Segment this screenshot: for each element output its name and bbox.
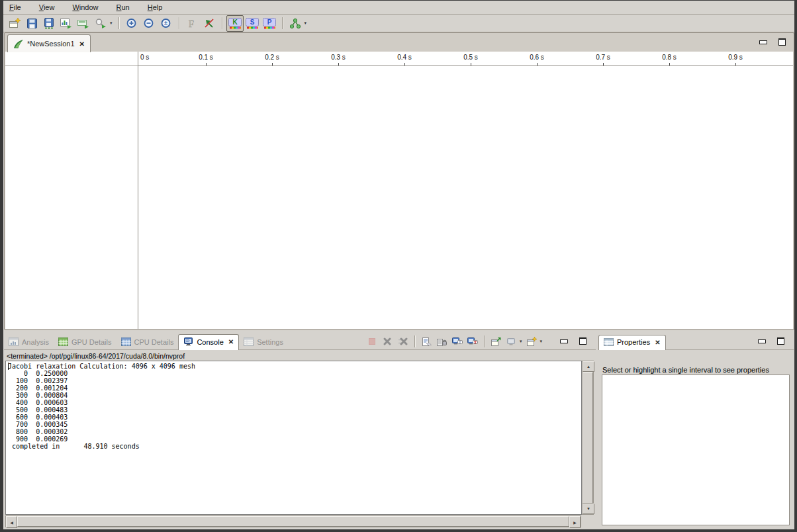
editor-window-buttons (759, 38, 786, 46)
editor-tab-row: *NewSession1 ✕ (5, 33, 794, 52)
topology-dropdown-icon[interactable]: ▾ (305, 21, 307, 26)
zoom-out-button[interactable] (140, 15, 158, 32)
tab-analysis[interactable]: Analysis (4, 335, 54, 349)
kernel-colors-button[interactable]: K (226, 15, 244, 32)
cpu-details-icon (121, 337, 131, 346)
scroll-down-button[interactable]: ▼ (583, 504, 594, 514)
scroll-left-button[interactable]: ◀ (6, 516, 17, 528)
terminate-icon (367, 337, 377, 346)
minimize-button[interactable] (758, 339, 766, 343)
console-text-area[interactable]: Jacobi relaxation Calculation: 4096 x 40… (5, 361, 582, 515)
examine-run-button[interactable] (92, 15, 109, 32)
console-process-label: <terminated> /opt/pgi/linux86-64/2017/cu… (7, 352, 185, 360)
scroll-lock-button[interactable] (434, 334, 449, 349)
minimize-icon (759, 40, 767, 44)
menu-run[interactable]: Run (117, 3, 130, 11)
ruler-label: 0.7 s (596, 54, 610, 61)
session-icon (13, 39, 24, 49)
session-tab[interactable]: *NewSession1 ✕ (7, 34, 91, 52)
mark-k-button[interactable] (201, 15, 218, 32)
topology-button[interactable] (287, 15, 304, 32)
zoom-out-icon (143, 18, 154, 29)
tab-gpu-details[interactable]: GPU Details (54, 335, 117, 349)
toolbar-separator (179, 17, 179, 29)
process-colors-button[interactable]: P (261, 15, 278, 32)
ruler-tick (272, 63, 273, 66)
maximize-icon (579, 337, 586, 345)
console-line: 600 0.000403 (8, 414, 581, 421)
ruler-label: 0.8 s (662, 54, 677, 61)
menu-view[interactable]: View (39, 3, 55, 11)
maximize-icon (778, 38, 786, 46)
nvvp-window: File View Window Run Help ▾ (3, 1, 794, 529)
examine-run-dropdown-icon[interactable]: ▾ (110, 21, 113, 26)
close-icon[interactable]: ✕ (655, 339, 660, 346)
minimize-button[interactable] (560, 339, 568, 343)
console-line: 400 0.000603 (8, 399, 581, 406)
tab-properties[interactable]: Properties ✕ (598, 335, 666, 350)
close-icon[interactable]: ✕ (228, 338, 234, 345)
zoom-fit-button[interactable]: ± (158, 15, 175, 32)
mark-f-button[interactable]: F (183, 15, 201, 32)
timeline-names-column[interactable] (5, 52, 138, 329)
remove-all-terminated-button[interactable] (395, 334, 410, 349)
timeline-ruler[interactable]: 0 s0.1 s0.2 s0.3 s0.4 s0.5 s0.6 s0.7 s0.… (138, 52, 793, 66)
open-console-dropdown-icon[interactable]: ▾ (539, 339, 542, 344)
ruler-tick (537, 63, 538, 66)
menu-help[interactable]: Help (148, 3, 163, 11)
open-console-button[interactable] (524, 334, 539, 349)
scroll-up-button[interactable]: ▲ (583, 361, 594, 372)
ruler-label: 0.5 s (463, 54, 478, 61)
stream-colors-button[interactable]: S (244, 15, 261, 32)
ruler-label: 0 s (140, 54, 149, 61)
maximize-button[interactable] (579, 337, 586, 345)
generate-timeline-button[interactable] (75, 15, 92, 32)
analysis-icon (9, 337, 19, 346)
minimize-icon (758, 339, 766, 343)
clear-console-button[interactable] (419, 334, 434, 349)
menu-bar: File View Window Run Help (3, 1, 794, 15)
zoom-in-button[interactable] (123, 15, 140, 32)
menu-window[interactable]: Window (72, 3, 98, 11)
show-stderr-button[interactable] (465, 334, 480, 349)
ruler-tick (603, 63, 604, 66)
tab-cpu-details[interactable]: CPU Details (117, 335, 179, 349)
scrollbar-thumb[interactable] (17, 516, 569, 527)
display-console-dropdown-icon[interactable]: ▾ (520, 339, 522, 344)
maximize-button[interactable] (778, 38, 786, 46)
save-all-button[interactable] (40, 15, 58, 32)
console-panel: Analysis GPU Details CPU Details Console… (4, 332, 596, 528)
clear-console-icon (421, 337, 432, 347)
console-horizontal-scrollbar[interactable]: ◀ ▶ (5, 515, 581, 527)
scroll-right-button[interactable]: ▶ (569, 516, 581, 528)
svg-text:P: P (267, 19, 271, 26)
properties-icon (604, 338, 614, 346)
console-vertical-scrollbar[interactable]: ▲ ▼ (582, 361, 594, 515)
display-console-button[interactable] (504, 334, 519, 349)
maximize-button[interactable] (777, 337, 784, 345)
console-line: 200 0.001204 (8, 384, 581, 392)
tab-console[interactable]: Console ✕ (178, 334, 239, 350)
toolbar-separator (484, 335, 485, 347)
save-icon (26, 18, 38, 29)
minimize-button[interactable] (759, 40, 767, 44)
show-stdout-button[interactable] (449, 334, 465, 349)
timeline-canvas[interactable] (138, 66, 793, 329)
close-icon[interactable]: ✕ (79, 40, 85, 48)
remove-launch-button[interactable] (380, 334, 395, 349)
timeline-editor: *NewSession1 ✕ 0 s0.1 s0.2 s0.3 s0.4 s0.… (4, 32, 794, 330)
profile-application-button[interactable] (58, 15, 75, 32)
pin-console-button[interactable] (489, 334, 504, 349)
menu-file[interactable]: File (9, 3, 21, 11)
terminate-button[interactable] (365, 334, 380, 349)
new-session-button[interactable] (6, 15, 23, 32)
svg-text:K: K (232, 19, 238, 26)
session-tab-label: *NewSession1 (27, 40, 75, 48)
ruler-tick (471, 63, 471, 66)
ruler-tick (404, 63, 405, 66)
tab-settings[interactable]: Settings (239, 335, 288, 349)
main-toolbar: ▾ ± F K S P ▾ (3, 15, 794, 32)
save-button[interactable] (23, 15, 40, 32)
ruler-tick (735, 63, 736, 66)
scrollbar-thumb[interactable] (583, 372, 593, 504)
